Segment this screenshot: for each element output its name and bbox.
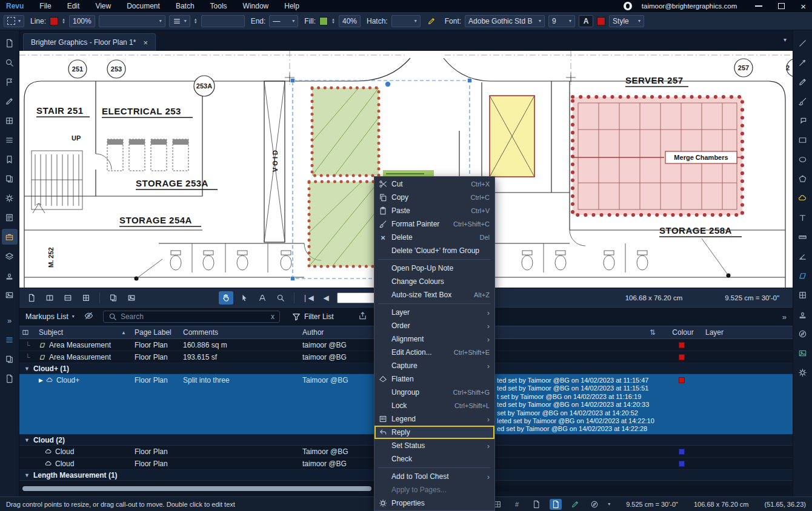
line-pattern-dropdown[interactable]: ▾ <box>169 15 190 27</box>
pages-icon[interactable] <box>2 171 18 186</box>
zoom-tool-icon[interactable] <box>273 291 288 305</box>
text-tool-icon[interactable] <box>795 209 811 225</box>
compass-mode-icon[interactable] <box>588 499 601 510</box>
menu-document[interactable]: Document <box>127 2 160 10</box>
polygon-tool-icon[interactable] <box>795 171 811 186</box>
cloud-markup-pink[interactable]: Merge Chambers <box>573 97 742 215</box>
status-options-chevron-icon[interactable]: ▾ <box>608 502 610 507</box>
stamps-icon[interactable] <box>2 268 18 283</box>
menu-item-open-popup-note[interactable]: Open Pop-Up Note <box>374 262 494 275</box>
colour-swatch[interactable] <box>679 461 685 467</box>
line-width-stepper[interactable]: ▲▼ <box>62 18 65 24</box>
menu-item-reply[interactable]: Reply <box>374 426 494 439</box>
length-tool-icon[interactable] <box>795 229 811 245</box>
selection-rotate-handle[interactable] <box>385 82 391 87</box>
expand-row-icon[interactable]: ▶ <box>39 377 43 383</box>
thumbnails-icon[interactable] <box>2 113 18 128</box>
menu-view[interactable]: View <box>95 2 111 10</box>
multi-view-icon[interactable] <box>79 291 93 305</box>
menu-item-format-painter[interactable]: Format PainterCtrl+Shift+C <box>374 217 494 231</box>
restore-button[interactable] <box>778 3 785 9</box>
close-button[interactable]: × <box>800 2 806 11</box>
document-snap-icon[interactable] <box>530 499 542 510</box>
column-page-label[interactable]: Page Label <box>132 328 181 337</box>
selection-handle[interactable] <box>291 277 295 281</box>
menu-revu[interactable]: Revu <box>6 2 24 10</box>
highlighter-tool-icon[interactable] <box>795 93 811 109</box>
previous-page-icon[interactable]: ◀ <box>319 291 333 305</box>
row-tree-header[interactable] <box>19 329 36 336</box>
colour-swatch[interactable] <box>679 377 685 383</box>
pattern-scale-box[interactable] <box>201 15 245 27</box>
ellipse-tool-icon[interactable] <box>795 151 811 167</box>
collapse-group-icon[interactable]: ▼ <box>24 472 30 478</box>
markups-list-title[interactable]: Markups List▾ <box>25 312 75 321</box>
flags-icon[interactable] <box>2 74 18 90</box>
callout-tool-icon[interactable] <box>795 113 811 128</box>
line-tool-icon[interactable] <box>795 35 811 51</box>
menu-help[interactable]: Help <box>284 2 299 10</box>
expand-bottom-panel-icon[interactable]: » <box>2 312 18 328</box>
menu-item-order[interactable]: Order› <box>374 319 494 332</box>
menu-item-alignment[interactable]: Alignment› <box>374 332 494 346</box>
menu-tools[interactable]: Tools <box>210 2 227 10</box>
settings-icon[interactable] <box>2 190 18 206</box>
style-dropdown[interactable]: Style▾ <box>609 15 644 27</box>
hatch-dropdown[interactable]: ▾ <box>391 15 421 27</box>
document-tab[interactable]: Brighter Graphics - Floor Plan 1* × <box>23 33 156 51</box>
menu-item-edit-action[interactable]: Edit Action...Ctrl+Shift+E <box>374 346 494 359</box>
grid-tool-icon[interactable] <box>795 287 811 303</box>
cloud-markup-green-1[interactable] <box>312 88 379 176</box>
font-dropdown[interactable]: Adobe Gothic Std B▾ <box>465 15 545 27</box>
split-horizontal-icon[interactable] <box>61 291 75 305</box>
menu-item-flatten[interactable]: Flatten <box>374 372 494 386</box>
fit-width-icon[interactable] <box>124 291 139 305</box>
cloud-tool-icon[interactable] <box>795 190 811 206</box>
select-text-icon[interactable] <box>255 291 270 305</box>
menu-item-paste[interactable]: PasteCtrl+V <box>374 204 494 217</box>
menu-item-properties[interactable]: Properties <box>374 496 494 510</box>
collapse-panel-icon[interactable]: » <box>782 312 787 321</box>
stamp-tool-icon[interactable] <box>795 306 811 322</box>
menu-item-capture[interactable]: Capture› <box>374 359 494 372</box>
colour-swatch[interactable] <box>679 449 685 455</box>
menu-item-ungroup[interactable]: UngroupCtrl+Shift+G <box>374 386 494 399</box>
hide-markups-icon[interactable] <box>84 311 93 322</box>
notes-icon[interactable] <box>2 209 18 225</box>
layers-icon[interactable] <box>2 248 18 264</box>
colour-swatch[interactable] <box>679 342 685 348</box>
tab-close-icon[interactable]: × <box>143 38 148 47</box>
split-vertical-icon[interactable] <box>42 291 57 305</box>
scrollbar-thumb[interactable] <box>22 486 371 491</box>
font-size-dropdown[interactable]: 9▾ <box>548 15 575 27</box>
pan-tool-icon[interactable] <box>219 291 233 305</box>
collapse-group-icon[interactable]: ▼ <box>24 366 30 372</box>
angle-tool-icon[interactable] <box>795 248 811 264</box>
arrow-tool-icon[interactable] <box>795 54 811 70</box>
fill-opacity-stepper[interactable]: ▲▼ <box>331 18 335 24</box>
line-color-swatch[interactable] <box>50 17 58 25</box>
rectangle-tool-icon[interactable] <box>795 132 811 148</box>
menu-window[interactable]: Window <box>243 2 269 10</box>
lists-icon[interactable] <box>2 132 18 148</box>
filter-list-button[interactable]: Filter List <box>292 312 334 321</box>
font-color-swatch[interactable] <box>597 17 605 25</box>
fill-color-swatch[interactable] <box>319 17 328 25</box>
selection-handle[interactable] <box>291 79 295 83</box>
snapshot-tool-icon[interactable] <box>795 345 811 361</box>
column-colour[interactable]: Colour <box>661 328 703 337</box>
menu-item-add-to-tool-chest[interactable]: Add to Tool Chest› <box>374 470 494 483</box>
colour-swatch[interactable] <box>679 354 685 360</box>
collapse-group-icon[interactable]: ▼ <box>24 437 30 443</box>
cloud-markup-green-2[interactable] <box>309 182 379 266</box>
font-style-button[interactable]: A <box>579 15 593 27</box>
minimize-button[interactable] <box>755 5 762 7</box>
studio-icon[interactable] <box>2 351 18 367</box>
tool-properties-icon[interactable] <box>795 364 811 380</box>
bookmarks-icon[interactable] <box>2 151 18 167</box>
search-icon[interactable] <box>2 54 18 70</box>
menu-item-delete-from-group[interactable]: Delete 'Cloud+' from Group <box>374 244 494 257</box>
account-email[interactable]: taimoor@brightergraphics.com <box>642 2 737 10</box>
tab-list-chevron-icon[interactable]: ▾ <box>784 36 787 43</box>
column-comments[interactable]: Comments <box>181 328 300 337</box>
